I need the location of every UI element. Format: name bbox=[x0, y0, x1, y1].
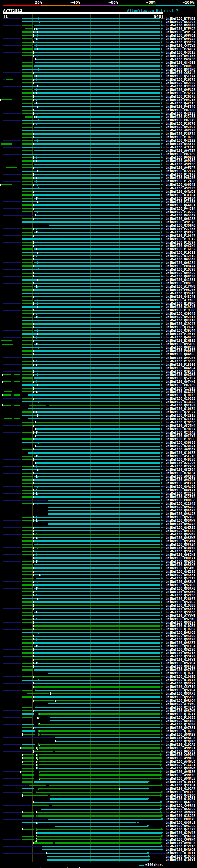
hit-label[interactable]: UniRef100_A5C718 bbox=[166, 455, 195, 458]
hit-label[interactable]: UniRef100_P26576 bbox=[166, 122, 195, 125]
hit-label[interactable]: UniRef100_A7YVW6 bbox=[166, 702, 195, 706]
hit-label[interactable]: UniRef100_Q106X1 bbox=[166, 851, 195, 855]
hit-label[interactable]: UniRef100_Q107B6 bbox=[166, 723, 195, 726]
hit-label[interactable]: UniRef100_Q6A159 bbox=[166, 801, 195, 804]
hit-label[interactable]: UniRef100_Q9TLH3 bbox=[166, 404, 195, 407]
hit-label[interactable]: UniRef100_Q3LFQ4 bbox=[166, 193, 195, 197]
hit-label[interactable]: UniRef100_Q306K0 bbox=[166, 224, 195, 227]
hit-label[interactable]: UniRef100_Q9TLH4 bbox=[166, 784, 195, 787]
hit-label[interactable]: UniRef100_P04714 bbox=[166, 207, 195, 210]
hit-label[interactable]: UniRef100_Q43832 bbox=[166, 400, 195, 404]
hit-label[interactable]: UniRef100_Q9SNZ7 bbox=[166, 641, 195, 645]
hit-label[interactable]: UniRef100_Q106Y4 bbox=[166, 678, 195, 682]
hit-label[interactable]: UniRef100_P07179 bbox=[166, 119, 195, 122]
hit-label[interactable]: UniRef100_Q36688 bbox=[166, 441, 195, 444]
hit-label[interactable]: UniRef100_Q39745 bbox=[166, 312, 195, 315]
hit-label[interactable]: UniRef100_P19312 bbox=[166, 238, 195, 241]
hit-label[interactable]: UniRef100_Q107A7 bbox=[166, 787, 195, 790]
hit-label[interactable]: UniRef100_Q9AUJ5 bbox=[166, 505, 195, 509]
hit-label[interactable]: UniRef100_A9NNZ8 bbox=[166, 773, 195, 777]
hit-label[interactable]: UniRef100_Q42915 bbox=[166, 414, 195, 417]
hit-label[interactable]: UniRef100_O24045 bbox=[166, 431, 195, 434]
hit-label[interactable]: UniRef100_B9T1N0 bbox=[166, 68, 195, 71]
hit-label[interactable]: UniRef100_Q107B8 bbox=[166, 604, 195, 607]
hit-label[interactable]: UniRef100_Q43874 bbox=[166, 142, 195, 146]
hit-label[interactable]: UniRef100_A9YTZ8 bbox=[166, 129, 195, 132]
hit-label[interactable]: UniRef100_Q9AUJ2 bbox=[166, 522, 195, 526]
hit-label[interactable]: UniRef100_Q39747 bbox=[166, 322, 195, 326]
hit-label[interactable]: UniRef100_P10647 bbox=[166, 234, 195, 238]
hit-label[interactable]: UniRef100_P32764 bbox=[166, 85, 195, 88]
hit-label[interactable]: UniRef100_Q9XQB5 bbox=[166, 373, 195, 377]
hit-label[interactable]: UniRef100_Q9ZWG7 bbox=[166, 560, 195, 563]
hit-label[interactable]: UniRef100_P05348 bbox=[166, 750, 195, 753]
hit-label[interactable]: UniRef100_Q9S7N3 bbox=[166, 553, 195, 556]
hit-label[interactable]: UniRef100_Q9ZWH4 bbox=[166, 661, 195, 665]
hit-label[interactable]: UniRef100_Q107A5 bbox=[166, 672, 195, 675]
hit-label[interactable]: UniRef100_Q2PW45 bbox=[166, 831, 195, 834]
hit-label[interactable]: UniRef100_P08706 bbox=[166, 176, 195, 180]
hit-label[interactable]: UniRef100_Q9XGX5 bbox=[166, 230, 195, 234]
hit-label[interactable]: UniRef100_A9PJN7 bbox=[166, 356, 195, 360]
hit-label[interactable]: UniRef100_Q9SDY8 bbox=[166, 651, 195, 655]
hit-label[interactable]: UniRef100_P19309 bbox=[166, 360, 195, 363]
hit-label[interactable]: UniRef100_Q08186 bbox=[166, 275, 195, 278]
hit-label[interactable]: UniRef100_Q9SNZ8 bbox=[166, 695, 195, 699]
hit-label[interactable]: UniRef100_Q9ZWG2 bbox=[166, 600, 195, 604]
hit-label[interactable]: UniRef100_Q8GRJ7 bbox=[166, 390, 195, 394]
hit-label[interactable]: UniRef100_B7ZYT6 bbox=[166, 845, 195, 848]
hit-label[interactable]: UniRef100_Q08183 bbox=[166, 217, 195, 220]
hit-label[interactable]: UniRef100_O22077 bbox=[166, 169, 195, 173]
hit-label[interactable]: UniRef100_Q41351 bbox=[166, 278, 195, 281]
hit-label[interactable]: UniRef100_P07689 bbox=[166, 152, 195, 156]
hit-label[interactable]: UniRef100_A1YMW8 bbox=[166, 285, 195, 288]
hit-label[interactable]: UniRef100_Q9SAX5 bbox=[166, 550, 195, 553]
hit-label[interactable]: UniRef100_Q575T3 bbox=[166, 577, 195, 580]
hit-label[interactable]: UniRef100_B6RHQ3 bbox=[166, 631, 195, 634]
hit-label[interactable]: UniRef100_Q9ZWG4 bbox=[166, 688, 195, 692]
hit-label[interactable]: UniRef100_A9NXP2 bbox=[166, 841, 195, 845]
hit-label[interactable]: UniRef100_Q84NG4 bbox=[166, 366, 195, 370]
hit-label[interactable]: UniRef100_Q39748 bbox=[166, 370, 195, 373]
hit-label[interactable]: UniRef100_Q5I8Y4 bbox=[166, 74, 195, 78]
hit-label[interactable]: UniRef100_Q41373 bbox=[166, 828, 195, 831]
hit-label[interactable]: UniRef100_Q9SAX7 bbox=[166, 607, 195, 611]
hit-label[interactable]: UniRef100_Q9AXP2 bbox=[166, 736, 195, 740]
hit-label[interactable]: UniRef100_Q9SAX8 bbox=[166, 692, 195, 695]
hit-label[interactable]: UniRef100_P10796 bbox=[166, 210, 195, 214]
hit-label[interactable]: UniRef100_A9NKU8 bbox=[166, 760, 195, 763]
hit-label[interactable]: UniRef100_Q64FQ1 bbox=[166, 204, 195, 207]
hit-label[interactable]: UniRef100_Q9AQX3 bbox=[166, 509, 195, 512]
hit-label[interactable]: UniRef100_Q106Z6 bbox=[166, 675, 195, 678]
hit-label[interactable]: UniRef100_Q39746 bbox=[166, 305, 195, 309]
hit-label[interactable]: UniRef100_P26667 bbox=[166, 597, 195, 600]
hit-label[interactable]: UniRef100_Q9SAW8 bbox=[166, 536, 195, 539]
hit-label[interactable]: UniRef100_Q04450 bbox=[166, 271, 195, 275]
hit-label[interactable]: UniRef100_O22645 bbox=[166, 502, 195, 505]
hit-label[interactable]: UniRef100_A6N149 bbox=[166, 448, 195, 451]
hit-label[interactable]: UniRef100_A9XP21 bbox=[166, 482, 195, 485]
hit-label[interactable]: UniRef100_C5Y519 bbox=[166, 685, 195, 688]
hit-label[interactable]: UniRef100_O24634 bbox=[166, 471, 195, 475]
hit-label[interactable]: UniRef100_P69250 bbox=[166, 58, 195, 61]
hit-label[interactable]: UniRef100_Q02980 bbox=[166, 81, 195, 85]
hit-label[interactable]: UniRef100_P04715 bbox=[166, 98, 195, 102]
hit-label[interactable]: UniRef100_B7FMC2 bbox=[166, 27, 195, 30]
hit-label[interactable]: UniRef100_Q9ZWG9 bbox=[166, 584, 195, 587]
hit-label[interactable]: UniRef100_Q9XGX4 bbox=[166, 244, 195, 248]
hit-label[interactable]: UniRef100_Q96360 bbox=[166, 824, 195, 828]
hit-label[interactable]: UniRef100_P05346 bbox=[166, 258, 195, 261]
hit-label[interactable]: UniRef100_O65194 bbox=[166, 20, 195, 24]
hit-label[interactable]: UniRef100_Q2QTK0 bbox=[166, 740, 195, 743]
hit-label[interactable]: UniRef100_Q9FUJ4 bbox=[166, 37, 195, 41]
hit-label[interactable]: UniRef100_Q107B5 bbox=[166, 730, 195, 733]
hit-label[interactable]: UniRef100_Q9SAW4 bbox=[166, 539, 195, 543]
hit-label[interactable]: UniRef100_P26574 bbox=[166, 132, 195, 135]
hit-label[interactable]: UniRef100_B6RHQ4 bbox=[166, 699, 195, 702]
hit-label[interactable]: UniRef100_Q84QE5 bbox=[166, 61, 195, 64]
hit-label[interactable]: UniRef100_Q9SNZ6 bbox=[166, 638, 195, 641]
hit-label[interactable]: UniRef100_Q9ZSS0 bbox=[166, 648, 195, 651]
hit-label[interactable]: UniRef100_A9XP95 bbox=[166, 478, 195, 482]
hit-label[interactable]: UniRef100_Q9S7W0 bbox=[166, 709, 195, 713]
hit-label[interactable]: UniRef100_Q9AUJ6 bbox=[166, 485, 195, 488]
